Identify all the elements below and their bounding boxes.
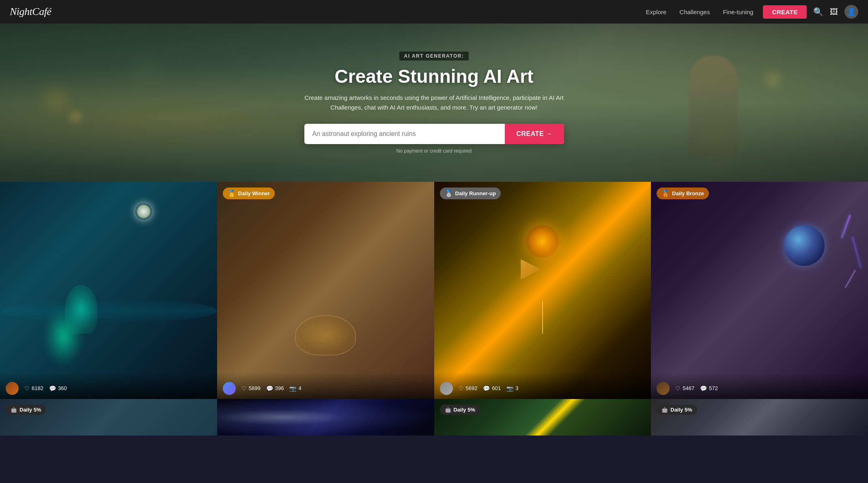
- badge-emoji-bronze: 🥉: [661, 190, 670, 197]
- bokeh-3: [130, 55, 163, 88]
- gallery-item-planet[interactable]: 🥉 Daily Bronze ♡ 5467 💬 572: [651, 182, 868, 399]
- nav: Explore Challenges Fine-tuning: [646, 9, 753, 15]
- badge-text-runnerup: Daily Runner-up: [455, 190, 496, 196]
- heart-icon-4: ♡: [675, 385, 681, 392]
- avatar-mermaid: [6, 382, 19, 395]
- create-button-header[interactable]: CREATE: [763, 5, 807, 19]
- badge-text-robot-2: Daily 5%: [454, 407, 475, 413]
- nav-challenges[interactable]: Challenges: [679, 9, 710, 15]
- gallery-row1: ♡ 6182 💬 360 🥇 Daily Winner ♡ 5899 💬 396: [0, 182, 868, 399]
- gallery-item-row2-1[interactable]: 🤖 Daily 5%: [0, 399, 217, 436]
- gallery-item-row2-3[interactable]: 🤖 Daily 5%: [434, 399, 651, 436]
- heart-icon: ♡: [24, 385, 30, 392]
- gallery-item-row2-4[interactable]: 🤖 Daily 5%: [651, 399, 868, 436]
- wave-1: [0, 299, 217, 323]
- heart-icon-3: ♡: [459, 385, 464, 392]
- stat-comments-sailboat: 💬 601: [483, 385, 501, 392]
- stat-images-sailboat: 📷 3: [506, 385, 518, 392]
- badge-text-winner: Daily Winner: [238, 190, 270, 196]
- gallery-item-row2-2[interactable]: [217, 399, 434, 436]
- avatar-planet: [657, 382, 670, 395]
- hero-subtitle: Create amazing artworks in seconds using…: [304, 93, 564, 112]
- badge-robot-3: 🤖 Daily 5%: [657, 405, 697, 415]
- avatar-icon: 👤: [847, 7, 856, 16]
- lightning-3: [845, 270, 856, 288]
- nav-fine-tuning[interactable]: Fine-tuning: [723, 9, 753, 15]
- badge-daily-winner: 🥇 Daily Winner: [223, 188, 275, 199]
- badge-robot-2: 🤖 Daily 5%: [440, 405, 480, 415]
- lightning-1: [841, 215, 850, 238]
- badge-daily-runnerup: 🥈 Daily Runner-up: [440, 188, 501, 199]
- moon-glow: [136, 203, 152, 220]
- gallery-item-teacup[interactable]: 🥇 Daily Winner ♡ 5899 💬 396 📷 4: [217, 182, 434, 399]
- stat-comments-teacup: 💬 396: [266, 385, 284, 392]
- bokeh-5: [765, 71, 781, 87]
- stat-comments-mermaid: 💬 360: [49, 385, 67, 392]
- avatar-teacup: [223, 382, 236, 395]
- robot-icon-3: 🤖: [661, 407, 668, 413]
- gallery-row2: 🤖 Daily 5% 🤖 Daily 5% 🤖 Daily 5%: [0, 399, 868, 436]
- comment-icon: 💬: [49, 385, 56, 392]
- create-button-hero[interactable]: CREATE →: [505, 124, 564, 144]
- hero-content: AI ART GENERATOR: Create Stunning AI Art…: [296, 52, 572, 154]
- stat-likes-sailboat: ♡ 5692: [459, 385, 478, 392]
- badge-robot-1: 🤖 Daily 5%: [6, 405, 46, 415]
- logo[interactable]: NightCafé: [10, 6, 51, 18]
- stats-bar-planet: ♡ 5467 💬 572: [651, 372, 868, 399]
- badge-emoji-silver: 🥈: [445, 190, 453, 197]
- gallery-item-mermaid[interactable]: ♡ 6182 💬 360: [0, 182, 217, 399]
- stat-likes-mermaid: ♡ 6182: [24, 385, 43, 392]
- galaxy-glow: [217, 399, 434, 436]
- hero-search-input[interactable]: [304, 124, 505, 144]
- image-icon[interactable]: 🖼: [830, 7, 838, 17]
- stats-bar-sailboat: ♡ 5692 💬 601 📷 3: [434, 372, 651, 399]
- robot-icon-1: 🤖: [11, 407, 17, 413]
- stat-likes-teacup: ♡ 5899: [241, 385, 261, 392]
- lightning-2: [852, 237, 862, 268]
- hero-search-row: CREATE →: [304, 124, 564, 144]
- hero-badge: AI ART GENERATOR:: [399, 52, 469, 60]
- badge-text-bronze: Daily Bronze: [672, 190, 704, 196]
- hero-silhouette: [689, 55, 738, 157]
- images-icon-2: 📷: [506, 385, 513, 392]
- teacup-visual: [295, 315, 356, 356]
- user-avatar[interactable]: 👤: [844, 5, 858, 19]
- bokeh-2: [69, 111, 82, 123]
- comment-icon-3: 💬: [483, 385, 490, 392]
- stat-likes-planet: ♡ 5467: [675, 385, 694, 392]
- comment-icon-4: 💬: [700, 385, 707, 392]
- planet-visual: [784, 225, 825, 266]
- stat-comments-planet: 💬 572: [700, 385, 718, 392]
- robot-icon-2: 🤖: [445, 407, 451, 413]
- avatar-sailboat: [440, 382, 453, 395]
- mast: [542, 301, 543, 334]
- header-icons: 🔍 🖼 👤: [813, 5, 858, 19]
- badge-text-robot-1: Daily 5%: [19, 407, 41, 413]
- stats-bar-mermaid: ♡ 6182 💬 360: [0, 372, 217, 399]
- images-icon: 📷: [289, 385, 296, 392]
- heart-icon-2: ♡: [241, 385, 247, 392]
- comment-icon-2: 💬: [266, 385, 273, 392]
- hero-note: No payment or credit card required: [304, 148, 564, 154]
- stat-images-teacup: 📷 4: [289, 385, 301, 392]
- sun-glow: [526, 225, 559, 258]
- bokeh-1: [43, 87, 68, 111]
- header: NightCafé Explore Challenges Fine-tuning…: [0, 0, 868, 24]
- gallery-item-sailboat[interactable]: 🥈 Daily Runner-up ♡ 5692 💬 601 📷 3: [434, 182, 651, 399]
- hero-title: Create Stunning AI Art: [304, 66, 564, 87]
- nav-explore[interactable]: Explore: [646, 9, 666, 15]
- badge-emoji-gold: 🥇: [228, 190, 236, 197]
- stats-bar-teacup: ♡ 5899 💬 396 📷 4: [217, 372, 434, 399]
- search-icon[interactable]: 🔍: [813, 7, 823, 17]
- hero-section: AI ART GENERATOR: Create Stunning AI Art…: [0, 24, 868, 182]
- badge-text-robot-3: Daily 5%: [670, 407, 692, 413]
- badge-daily-bronze: 🥉 Daily Bronze: [657, 188, 709, 199]
- sail: [521, 259, 541, 280]
